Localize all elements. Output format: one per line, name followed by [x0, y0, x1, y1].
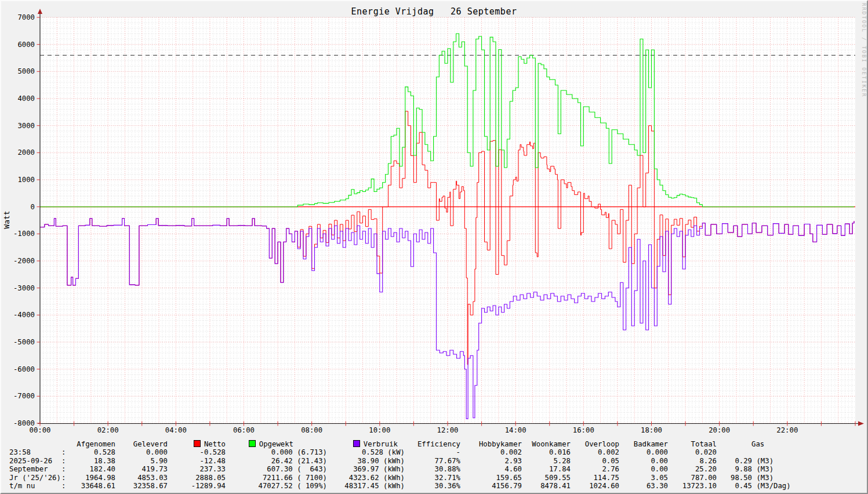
- x-tick-label: 18:00: [641, 426, 662, 434]
- column-header-Opgewekt: Opgewekt: [226, 440, 327, 448]
- y-tick-label: -6000: [13, 365, 35, 373]
- table-row: Jr ('25/'26):1964.984853.032888.057211.6…: [1, 474, 868, 482]
- row-label: 2025-09-26: [9, 457, 58, 465]
- cell: 30.88%: [405, 465, 460, 473]
- cell: 17.84: [522, 465, 571, 473]
- column-header-Badkamer: Badkamer: [619, 440, 668, 448]
- cell: 77.67%: [405, 457, 460, 465]
- cell: 3.05: [619, 474, 668, 482]
- cell: -12.48: [168, 457, 226, 465]
- cell: 30.36%: [405, 482, 460, 490]
- y-tick-label: -5000: [13, 338, 35, 346]
- cell: 0.528: [70, 448, 115, 456]
- cell: 4156.79: [460, 482, 522, 490]
- cell: 25.20: [668, 465, 717, 473]
- cell: 0.00: [619, 457, 668, 465]
- x-tick-label: 04:00: [165, 426, 187, 434]
- row-colon: :: [58, 465, 70, 473]
- cell: 1024.60: [571, 482, 619, 490]
- cell: 8478.41: [522, 482, 571, 490]
- table-row: 23:58:0.5280.000-0.5280.000 (6.713)0.528…: [1, 448, 868, 456]
- cell: 2.93: [460, 457, 522, 465]
- y-tick-label: -2000: [13, 257, 35, 265]
- y-tick-label: 2000: [17, 148, 35, 157]
- y-tick-label: -1000: [13, 230, 35, 238]
- cell: 26.42 (21.43): [226, 457, 327, 465]
- column-header-Efficiency: Efficiency: [405, 440, 460, 448]
- row-colon: :: [58, 457, 70, 465]
- cell: 0.05: [571, 457, 619, 465]
- y-tick-label: 3000: [17, 122, 35, 130]
- table-row: 2025-09-26:18.385.90-12.4826.42 (21.43)3…: [1, 457, 868, 465]
- column-header-Woonkamer: Woonkamer: [522, 440, 571, 448]
- cell: 38.90 (kWh): [327, 457, 405, 465]
- cell: 419.73: [115, 465, 168, 473]
- cell: 0.528 (kW): [327, 448, 405, 456]
- cell: 0.000: [115, 448, 168, 456]
- cell: 0.000 (6.713): [226, 448, 327, 456]
- row-colon: :: [58, 474, 70, 482]
- cell: 509.55: [522, 474, 571, 482]
- column-header-Overloop: Overloop: [571, 440, 619, 448]
- y-tick-label: 1000: [17, 176, 35, 184]
- cell: 98.50 (M3): [717, 474, 847, 482]
- column-header-Netto: Netto: [168, 440, 226, 448]
- x-tick-label: 06:00: [233, 426, 255, 434]
- row-label: t/m nu: [9, 482, 58, 490]
- legend-header-row: AfgenomenGeleverdNettoOpgewektVerbruikEf…: [1, 440, 868, 448]
- cell: 48317.45 (kWh): [327, 482, 405, 490]
- cell: 32.71%: [405, 474, 460, 482]
- column-header-Geleverd: Geleverd: [115, 440, 168, 448]
- column-header-Hobbykamer: Hobbykamer: [460, 440, 522, 448]
- cell: -: [405, 448, 460, 456]
- cell: 5.28: [522, 457, 571, 465]
- cell: 787.00: [668, 474, 717, 482]
- column-header-blank: [9, 440, 58, 448]
- cell: 114.75: [571, 474, 619, 482]
- column-header-Totaal: Totaal: [668, 440, 717, 448]
- cell: 2888.05: [168, 474, 226, 482]
- y-tick-label: 5000: [17, 67, 35, 75]
- verbruik-swatch-icon: [353, 440, 360, 447]
- cell: 8.26: [668, 457, 717, 465]
- cell: 47027.52 ( 109%): [226, 482, 327, 490]
- table-row: t/m nu:33648.6132358.67-1289.9447027.52 …: [1, 482, 868, 490]
- cell: 237.33: [168, 465, 226, 473]
- x-tick-label: 22:00: [776, 426, 798, 434]
- energy-chart-plot: -8000-7000-6000-5000-4000-3000-2000-1000…: [1, 1, 868, 439]
- cell: 2.76: [571, 465, 619, 473]
- x-tick-label: 10:00: [369, 426, 390, 434]
- cell: 9.88 (M3): [717, 465, 847, 473]
- cell: 0.000: [619, 448, 668, 456]
- cell: 1964.98: [70, 474, 115, 482]
- x-tick-label: 02:00: [97, 426, 119, 434]
- opgewekt-swatch-icon: [249, 440, 256, 447]
- x-tick-label: 16:00: [573, 426, 594, 434]
- cell: 0.45 (M3/Dag): [717, 482, 847, 490]
- cell: 13723.10: [668, 482, 717, 490]
- x-tick-label: 20:00: [709, 426, 730, 434]
- y-axis-arrow: [38, 9, 42, 14]
- cell: 5.90: [115, 457, 168, 465]
- table-row: September:182.40419.73237.33607.30 ( 643…: [1, 465, 868, 473]
- y-tick-label: 4000: [17, 95, 35, 103]
- column-header-Verbruik: Verbruik: [327, 440, 405, 448]
- y-tick-label: -3000: [13, 284, 35, 292]
- x-tick-label: 08:00: [301, 426, 322, 434]
- cell: -1289.94: [168, 482, 226, 490]
- cell: 32358.67: [115, 482, 168, 490]
- cell: 7211.66 ( 7100): [226, 474, 327, 482]
- row-label: 23:58: [9, 448, 58, 456]
- y-tick-label: 7000: [17, 13, 35, 21]
- row-label: Jr ('25/'26): [9, 474, 58, 482]
- column-header-blank: [58, 440, 70, 448]
- x-tick-label: 12:00: [437, 426, 458, 434]
- row-colon: :: [58, 482, 70, 490]
- x-tick-label: 00:00: [29, 426, 50, 434]
- y-tick-label: 0: [31, 203, 35, 211]
- cell: 33648.61: [70, 482, 115, 490]
- legend-table: AfgenomenGeleverdNettoOpgewektVerbruikEf…: [1, 440, 868, 491]
- cell: 0.002: [460, 448, 522, 456]
- cell: 159.65: [460, 474, 522, 482]
- cell: 4853.03: [115, 474, 168, 482]
